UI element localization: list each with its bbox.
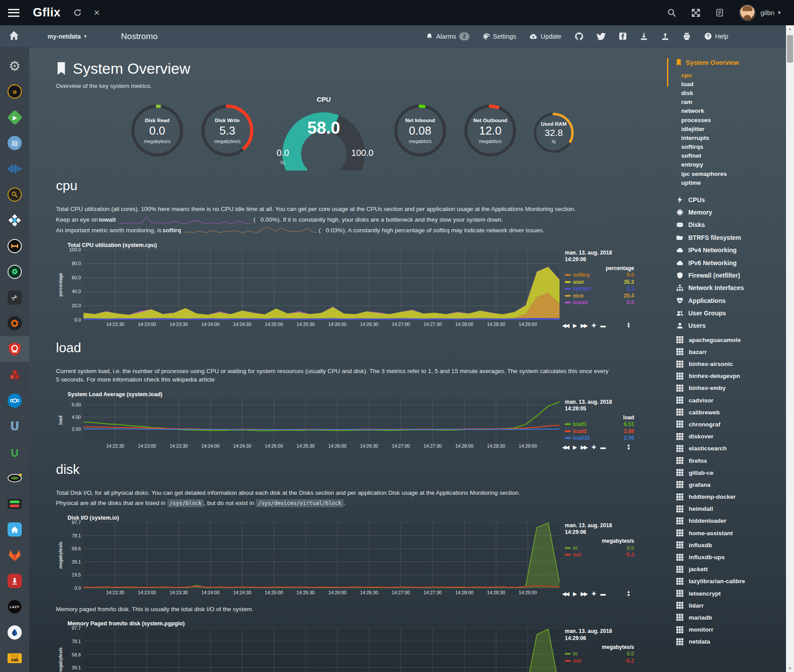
sidebar-section-disks[interactable]: Disks bbox=[676, 219, 782, 231]
sidebar-section-firewall-netfilter-[interactable]: Firewall (netfilter) bbox=[676, 269, 782, 282]
fullscreen-icon[interactable] bbox=[691, 8, 700, 17]
unifi-icon[interactable]: U bbox=[0, 414, 29, 439]
emby-icon[interactable]: ▶ bbox=[0, 104, 29, 130]
sidebar-app-elasticsearch[interactable]: elasticsearch bbox=[676, 442, 782, 454]
sidebar-section-ipv4-networking[interactable]: IPv4 Networking bbox=[676, 244, 782, 256]
sidebar-app-chronograf[interactable]: chronograf bbox=[676, 418, 782, 430]
sidebar-app-bazarr[interactable]: bazarr bbox=[676, 346, 782, 358]
sidebar-section-user-groups[interactable]: User Groups bbox=[676, 307, 782, 319]
sidebar-app-diskover[interactable]: diskover bbox=[676, 430, 782, 442]
jdownloader-icon[interactable] bbox=[0, 568, 29, 594]
sabnzbd-icon[interactable]: sab bbox=[0, 645, 29, 671]
netdata-shield-icon[interactable] bbox=[0, 336, 29, 362]
sidebar-link-softnet[interactable]: softnet bbox=[677, 151, 782, 160]
settings-button[interactable]: Settings bbox=[483, 33, 516, 40]
nextcloud-icon[interactable] bbox=[0, 388, 29, 414]
cubes-app-icon[interactable] bbox=[0, 362, 29, 388]
twitter-icon[interactable] bbox=[597, 32, 606, 40]
zoom-out-icon[interactable]: ▬ bbox=[600, 444, 606, 450]
zoom-out-icon[interactable]: ▬ bbox=[600, 591, 606, 597]
sidebar-system-overview[interactable]: System Overview bbox=[676, 59, 782, 66]
legend-out[interactable]: out-5.2 bbox=[565, 658, 634, 664]
home-icon[interactable] bbox=[9, 31, 19, 42]
hamburger-menu-icon[interactable] bbox=[8, 9, 20, 17]
legend-softirq[interactable]: softirq0.0 bbox=[565, 272, 634, 278]
gauge-cpu[interactable]: CPU 58.0 0.0100.0% bbox=[274, 95, 373, 172]
sidebar-app-mariadb[interactable]: mariadb bbox=[676, 612, 782, 624]
bowl-app-icon[interactable] bbox=[0, 465, 29, 491]
pan-left-icon[interactable]: ◀◀ bbox=[562, 591, 568, 597]
sidebar-app-cadvisor[interactable]: cadvisor bbox=[676, 394, 782, 406]
user-avatar[interactable] bbox=[739, 4, 756, 21]
pan-right-icon[interactable]: ▶▶ bbox=[580, 444, 587, 450]
cpu-chart[interactable]: Total CPU utilization (system.cpu) perce… bbox=[57, 242, 634, 329]
droplet-app-icon[interactable] bbox=[0, 620, 29, 645]
sidebar-app-hddtemp-docker[interactable]: hddtemp-docker bbox=[676, 491, 782, 503]
gauge-disk-read[interactable]: Disk Read0.0megabytes/s bbox=[128, 102, 186, 159]
cross-petals-app-icon[interactable] bbox=[0, 207, 29, 233]
monitorr-status-icon[interactable] bbox=[0, 491, 29, 517]
sidebar-link-interrupts[interactable]: interrupts bbox=[677, 133, 782, 142]
help-button[interactable]: ? Help bbox=[704, 32, 728, 40]
changelog-icon[interactable] bbox=[715, 8, 724, 17]
sidebar-section-users[interactable]: Users bbox=[676, 319, 782, 332]
sidebar-link-idlejitter[interactable]: idlejitter bbox=[677, 124, 782, 133]
search-icon[interactable] bbox=[667, 8, 676, 17]
gauge-used-ram[interactable]: Used RAM32.8% bbox=[532, 111, 576, 155]
import-icon[interactable] bbox=[640, 32, 648, 40]
sidebar-section-cpus[interactable]: CPUs bbox=[676, 193, 782, 206]
zoom-in-icon[interactable]: ✚ bbox=[592, 591, 596, 597]
scroll-up-arrow[interactable]: ▲ bbox=[786, 25, 794, 32]
sidebar-app-lidarr[interactable]: lidarr bbox=[676, 600, 782, 612]
sidebar-app-grafana[interactable]: grafana bbox=[676, 479, 782, 491]
user-menu[interactable]: gilbn ▼ bbox=[760, 9, 782, 16]
sidebar-app-apacheguacamole[interactable]: apacheguacamole bbox=[676, 334, 782, 346]
sidebar-app-binhex-airsonic[interactable]: binhex-airsonic bbox=[676, 358, 782, 370]
print-icon[interactable] bbox=[683, 32, 691, 40]
home-assistant-icon[interactable] bbox=[0, 517, 29, 542]
export-icon[interactable] bbox=[661, 32, 669, 40]
sidebar-app-jackett[interactable]: jackett bbox=[676, 563, 782, 575]
sidebar-section-network-interfaces[interactable]: Network Interfaces bbox=[676, 282, 782, 294]
pan-right-icon[interactable]: ▶▶ bbox=[580, 322, 587, 329]
sidebar-app-monitorr[interactable]: monitorr bbox=[676, 624, 782, 636]
disk-chart[interactable]: Disk I/O (system.io) megabytes/s 97.778.… bbox=[57, 515, 634, 597]
scissors-app-icon[interactable]: ✂ bbox=[0, 285, 29, 310]
legend-user[interactable]: user35.3 bbox=[565, 279, 634, 285]
sidebar-app-influxdb[interactable]: influxdb bbox=[676, 539, 782, 551]
sidebar-app-binhex-delugevpn[interactable]: binhex-delugevpn bbox=[676, 370, 782, 382]
chart-resize-handle[interactable]: ▲▼ bbox=[627, 322, 631, 328]
sidebar-link-softirqs[interactable]: softirqs bbox=[677, 143, 782, 151]
sidebar-app-home-assistant[interactable]: home-assistant bbox=[676, 527, 782, 539]
sidebar-app-lazylibrarian-calibre[interactable]: lazylibrarian-calibre bbox=[676, 575, 782, 587]
legend-in[interactable]: in0.0 bbox=[565, 545, 634, 551]
sidebar-app-firefox[interactable]: firefox bbox=[676, 454, 782, 466]
sidebar-link-ipc-semaphores[interactable]: ipc semaphores bbox=[677, 169, 782, 178]
sidebar-app-heimdall[interactable]: heimdall bbox=[676, 503, 782, 515]
play-icon[interactable]: ▶ bbox=[573, 444, 576, 450]
gitlab-icon[interactable] bbox=[0, 542, 29, 568]
gauge-net-outbound[interactable]: Net Outbound12.0megabits/s bbox=[461, 102, 519, 159]
legend-out[interactable]: out-5.3 bbox=[565, 552, 634, 558]
sidebar-link-ram[interactable]: ram bbox=[677, 98, 782, 107]
sidebar-app-calibreweb[interactable]: calibreweb bbox=[676, 406, 782, 418]
chart-resize-handle[interactable]: ▲▼ bbox=[627, 590, 631, 596]
sidebar-link-processes[interactable]: processes bbox=[677, 115, 782, 124]
sidebar-app-letsencrypt[interactable]: letsencrypt bbox=[676, 588, 782, 600]
gauge-net-inbound[interactable]: Net Inbound0.08megabits/s bbox=[391, 102, 449, 159]
pan-left-icon[interactable]: ◀◀ bbox=[562, 322, 568, 329]
legend-system[interactable]: system2.3 bbox=[565, 286, 634, 292]
scroll-down-arrow[interactable]: ▼ bbox=[786, 665, 794, 672]
load-chart[interactable]: System Load Average (system.load) load 6… bbox=[57, 391, 634, 450]
sidebar-section-btrfs-filesystem[interactable]: BTRFS filesystem bbox=[676, 231, 782, 244]
legend-nice[interactable]: nice20.4 bbox=[565, 293, 634, 299]
sidebar-app-hiddenloader[interactable]: hiddenloader bbox=[676, 515, 782, 527]
github-icon[interactable] bbox=[575, 32, 584, 41]
jackett-search-icon[interactable] bbox=[0, 182, 29, 207]
refresh-icon[interactable] bbox=[73, 8, 82, 17]
legend-load15[interactable]: load152.06 bbox=[565, 435, 634, 441]
sidebar-link-load[interactable]: load bbox=[677, 80, 782, 88]
update-button[interactable]: Update bbox=[529, 33, 561, 40]
sidebar-section-applications[interactable]: Applications bbox=[676, 294, 782, 306]
sidebar-settings-gear-icon[interactable]: ⚙ bbox=[0, 53, 29, 79]
